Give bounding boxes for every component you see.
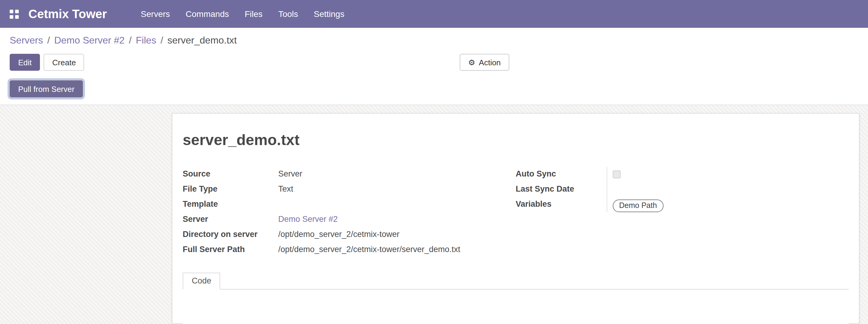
top-navbar: Cetmix Tower Servers Commands Files Tool…	[0, 0, 868, 28]
server-record-link[interactable]: Demo Server #2	[278, 215, 338, 224]
field-value-full-path: /opt/demo_server_2/cetmix-tower/server_d…	[278, 242, 516, 255]
field-label-template: Template	[183, 197, 278, 209]
field-value-source: Server	[278, 167, 516, 179]
app-window: Cetmix Tower Servers Commands Files Tool…	[0, 0, 868, 324]
breadcrumb: Servers/Demo Server #2/Files/server_demo…	[10, 35, 858, 46]
field-value-file-type: Text	[278, 182, 516, 194]
apps-grid-square	[10, 15, 13, 19]
field-value-last-sync-date	[607, 182, 849, 197]
breadcrumb-separator: /	[129, 35, 131, 45]
field-value-variables: Demo Path	[607, 197, 849, 212]
form-sheet: server_demo.txt Source Server File Type …	[172, 113, 860, 324]
action-button[interactable]: ⚙ Action	[460, 54, 509, 71]
breadcrumb-separator: /	[47, 35, 50, 45]
breadcrumb-current: server_demo.txt	[167, 35, 237, 45]
field-row-auto-sync: Auto Sync	[516, 167, 849, 182]
breadcrumb-servers[interactable]: Servers	[10, 35, 43, 45]
field-label-variables: Variables	[516, 197, 607, 209]
breadcrumb-separator: /	[161, 35, 163, 45]
menu-item-commands[interactable]: Commands	[186, 9, 229, 19]
field-group-right: Auto Sync Last Sync Date Variables Demo …	[516, 167, 849, 258]
control-panel: Servers/Demo Server #2/Files/server_demo…	[0, 28, 868, 105]
main-menu: Servers Commands Files Tools Settings	[141, 9, 344, 19]
field-label-auto-sync: Auto Sync	[516, 167, 607, 179]
field-label-full-path: Full Server Path	[183, 242, 278, 255]
field-row-last-sync-date: Last Sync Date	[516, 182, 849, 197]
pull-from-server-button[interactable]: Pull from Server	[10, 80, 83, 97]
variable-tag: Demo Path	[613, 199, 663, 212]
create-button[interactable]: Create	[44, 54, 84, 71]
field-row-source: Source Server	[183, 167, 516, 182]
field-row-file-type: File Type Text	[183, 182, 516, 197]
field-row-variables: Variables Demo Path	[516, 197, 849, 212]
field-row-directory: Directory on server /opt/demo_server_2/c…	[183, 227, 516, 242]
field-value-auto-sync	[607, 167, 849, 182]
menu-item-tools[interactable]: Tools	[278, 9, 298, 19]
apps-grid-square	[15, 15, 19, 19]
field-label-file-type: File Type	[183, 182, 278, 194]
menu-item-servers[interactable]: Servers	[141, 9, 170, 19]
breadcrumb-files[interactable]: Files	[136, 35, 156, 45]
field-value-template	[278, 197, 516, 199]
apps-grid-square	[15, 9, 19, 13]
field-row-template: Template	[183, 197, 516, 212]
field-label-source: Source	[183, 167, 278, 179]
field-value-directory: /opt/demo_server_2/cetmix-tower	[278, 227, 516, 239]
field-group-left: Source Server File Type Text Template Se…	[183, 167, 516, 258]
secondary-button-row: Pull from Server	[10, 80, 858, 97]
menu-item-files[interactable]: Files	[245, 9, 262, 19]
field-label-directory: Directory on server	[183, 227, 278, 239]
field-groups: Source Server File Type Text Template Se…	[183, 167, 849, 258]
form-view-background: server_demo.txt Source Server File Type …	[0, 105, 868, 324]
app-brand[interactable]: Cetmix Tower	[28, 7, 107, 21]
field-row-full-path: Full Server Path /opt/demo_server_2/cetm…	[183, 242, 516, 258]
field-label-server: Server	[183, 212, 278, 224]
edit-button[interactable]: Edit	[10, 54, 40, 71]
field-value-server: Demo Server #2	[278, 212, 516, 224]
record-title: server_demo.txt	[183, 131, 849, 149]
auto-sync-checkbox[interactable]	[613, 170, 620, 178]
gear-icon: ⚙	[468, 58, 475, 66]
field-label-last-sync-date: Last Sync Date	[516, 182, 607, 194]
action-button-label: Action	[479, 58, 500, 67]
menu-item-settings[interactable]: Settings	[314, 9, 344, 19]
apps-grid-icon[interactable]	[10, 9, 19, 19]
apps-grid-square	[10, 9, 13, 13]
notebook-tabs: Code	[183, 272, 849, 290]
breadcrumb-demo-server[interactable]: Demo Server #2	[54, 35, 125, 45]
field-row-server: Server Demo Server #2	[183, 212, 516, 227]
primary-button-row: Edit Create ⚙ Action	[10, 54, 858, 71]
code-tab-content	[183, 290, 849, 324]
tab-code[interactable]: Code	[183, 272, 220, 290]
